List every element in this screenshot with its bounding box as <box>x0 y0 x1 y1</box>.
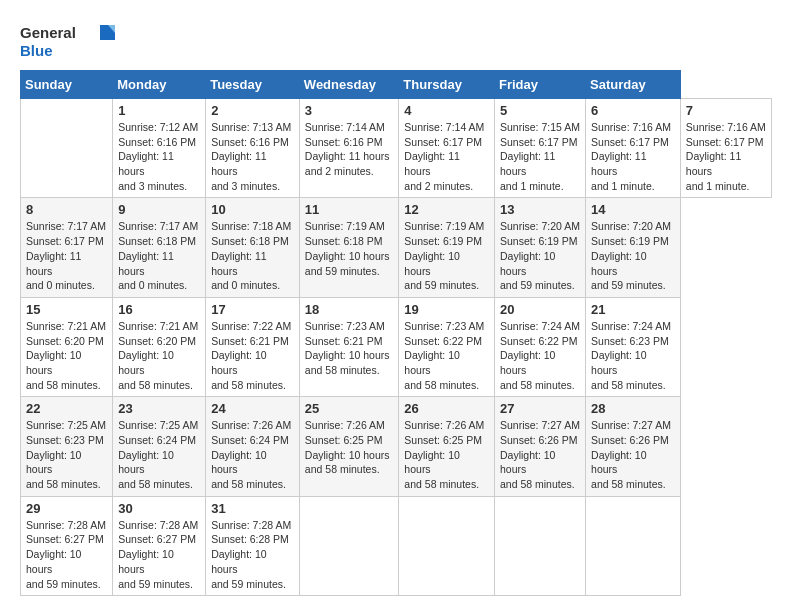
calendar-cell: 6Sunrise: 7:16 AM Sunset: 6:17 PM Daylig… <box>586 99 681 198</box>
calendar-cell <box>299 496 399 595</box>
calendar-cell: 15Sunrise: 7:21 AM Sunset: 6:20 PM Dayli… <box>21 297 113 396</box>
week-row-3: 15Sunrise: 7:21 AM Sunset: 6:20 PM Dayli… <box>21 297 772 396</box>
day-number: 18 <box>305 302 394 317</box>
calendar-cell: 13Sunrise: 7:20 AM Sunset: 6:19 PM Dayli… <box>494 198 585 297</box>
day-info: Sunrise: 7:19 AM Sunset: 6:18 PM Dayligh… <box>305 219 394 278</box>
day-info: Sunrise: 7:23 AM Sunset: 6:22 PM Dayligh… <box>404 319 489 392</box>
day-number: 13 <box>500 202 580 217</box>
day-number: 15 <box>26 302 107 317</box>
day-info: Sunrise: 7:21 AM Sunset: 6:20 PM Dayligh… <box>26 319 107 392</box>
day-info: Sunrise: 7:14 AM Sunset: 6:17 PM Dayligh… <box>404 120 489 193</box>
calendar-cell: 22Sunrise: 7:25 AM Sunset: 6:23 PM Dayli… <box>21 397 113 496</box>
week-row-2: 8Sunrise: 7:17 AM Sunset: 6:17 PM Daylig… <box>21 198 772 297</box>
calendar-cell: 19Sunrise: 7:23 AM Sunset: 6:22 PM Dayli… <box>399 297 495 396</box>
day-info: Sunrise: 7:22 AM Sunset: 6:21 PM Dayligh… <box>211 319 294 392</box>
day-number: 6 <box>591 103 675 118</box>
day-info: Sunrise: 7:27 AM Sunset: 6:26 PM Dayligh… <box>500 418 580 491</box>
calendar-cell: 29Sunrise: 7:28 AM Sunset: 6:27 PM Dayli… <box>21 496 113 595</box>
day-number: 9 <box>118 202 200 217</box>
logo-svg: General Blue <box>20 20 120 60</box>
day-info: Sunrise: 7:24 AM Sunset: 6:22 PM Dayligh… <box>500 319 580 392</box>
calendar-cell: 24Sunrise: 7:26 AM Sunset: 6:24 PM Dayli… <box>206 397 300 496</box>
day-info: Sunrise: 7:26 AM Sunset: 6:24 PM Dayligh… <box>211 418 294 491</box>
day-info: Sunrise: 7:25 AM Sunset: 6:23 PM Dayligh… <box>26 418 107 491</box>
day-number: 17 <box>211 302 294 317</box>
day-info: Sunrise: 7:20 AM Sunset: 6:19 PM Dayligh… <box>500 219 580 292</box>
calendar-cell: 5Sunrise: 7:15 AM Sunset: 6:17 PM Daylig… <box>494 99 585 198</box>
day-number: 1 <box>118 103 200 118</box>
day-info: Sunrise: 7:21 AM Sunset: 6:20 PM Dayligh… <box>118 319 200 392</box>
calendar-cell: 11Sunrise: 7:19 AM Sunset: 6:18 PM Dayli… <box>299 198 399 297</box>
calendar-cell: 2Sunrise: 7:13 AM Sunset: 6:16 PM Daylig… <box>206 99 300 198</box>
day-number: 4 <box>404 103 489 118</box>
weekday-header-tuesday: Tuesday <box>206 71 300 99</box>
day-info: Sunrise: 7:18 AM Sunset: 6:18 PM Dayligh… <box>211 219 294 292</box>
weekday-header-thursday: Thursday <box>399 71 495 99</box>
day-info: Sunrise: 7:28 AM Sunset: 6:28 PM Dayligh… <box>211 518 294 591</box>
day-info: Sunrise: 7:17 AM Sunset: 6:18 PM Dayligh… <box>118 219 200 292</box>
calendar-cell <box>586 496 681 595</box>
calendar-cell <box>399 496 495 595</box>
day-number: 29 <box>26 501 107 516</box>
day-number: 8 <box>26 202 107 217</box>
calendar-cell: 16Sunrise: 7:21 AM Sunset: 6:20 PM Dayli… <box>113 297 206 396</box>
svg-text:General: General <box>20 24 76 41</box>
day-info: Sunrise: 7:28 AM Sunset: 6:27 PM Dayligh… <box>118 518 200 591</box>
calendar-cell: 28Sunrise: 7:27 AM Sunset: 6:26 PM Dayli… <box>586 397 681 496</box>
calendar-cell: 25Sunrise: 7:26 AM Sunset: 6:25 PM Dayli… <box>299 397 399 496</box>
day-number: 22 <box>26 401 107 416</box>
calendar-cell: 14Sunrise: 7:20 AM Sunset: 6:19 PM Dayli… <box>586 198 681 297</box>
day-number: 27 <box>500 401 580 416</box>
calendar-cell: 20Sunrise: 7:24 AM Sunset: 6:22 PM Dayli… <box>494 297 585 396</box>
day-number: 7 <box>686 103 766 118</box>
week-row-5: 29Sunrise: 7:28 AM Sunset: 6:27 PM Dayli… <box>21 496 772 595</box>
day-info: Sunrise: 7:15 AM Sunset: 6:17 PM Dayligh… <box>500 120 580 193</box>
day-info: Sunrise: 7:27 AM Sunset: 6:26 PM Dayligh… <box>591 418 675 491</box>
calendar-cell: 3Sunrise: 7:14 AM Sunset: 6:16 PM Daylig… <box>299 99 399 198</box>
day-info: Sunrise: 7:13 AM Sunset: 6:16 PM Dayligh… <box>211 120 294 193</box>
header: General Blue <box>20 20 772 60</box>
weekday-header-friday: Friday <box>494 71 585 99</box>
weekday-header-saturday: Saturday <box>586 71 681 99</box>
day-number: 28 <box>591 401 675 416</box>
calendar-cell: 21Sunrise: 7:24 AM Sunset: 6:23 PM Dayli… <box>586 297 681 396</box>
calendar-cell: 1Sunrise: 7:12 AM Sunset: 6:16 PM Daylig… <box>113 99 206 198</box>
calendar-cell: 17Sunrise: 7:22 AM Sunset: 6:21 PM Dayli… <box>206 297 300 396</box>
day-info: Sunrise: 7:28 AM Sunset: 6:27 PM Dayligh… <box>26 518 107 591</box>
calendar-table: SundayMondayTuesdayWednesdayThursdayFrid… <box>20 70 772 596</box>
calendar-cell <box>494 496 585 595</box>
weekday-header-wednesday: Wednesday <box>299 71 399 99</box>
day-info: Sunrise: 7:14 AM Sunset: 6:16 PM Dayligh… <box>305 120 394 179</box>
day-info: Sunrise: 7:23 AM Sunset: 6:21 PM Dayligh… <box>305 319 394 378</box>
calendar-cell: 9Sunrise: 7:17 AM Sunset: 6:18 PM Daylig… <box>113 198 206 297</box>
day-info: Sunrise: 7:16 AM Sunset: 6:17 PM Dayligh… <box>686 120 766 193</box>
logo: General Blue <box>20 20 120 60</box>
day-number: 24 <box>211 401 294 416</box>
day-info: Sunrise: 7:20 AM Sunset: 6:19 PM Dayligh… <box>591 219 675 292</box>
day-info: Sunrise: 7:24 AM Sunset: 6:23 PM Dayligh… <box>591 319 675 392</box>
calendar-cell: 12Sunrise: 7:19 AM Sunset: 6:19 PM Dayli… <box>399 198 495 297</box>
calendar-cell: 27Sunrise: 7:27 AM Sunset: 6:26 PM Dayli… <box>494 397 585 496</box>
weekday-header-sunday: Sunday <box>21 71 113 99</box>
svg-text:Blue: Blue <box>20 42 53 59</box>
calendar-cell: 10Sunrise: 7:18 AM Sunset: 6:18 PM Dayli… <box>206 198 300 297</box>
calendar-cell: 31Sunrise: 7:28 AM Sunset: 6:28 PM Dayli… <box>206 496 300 595</box>
day-number: 2 <box>211 103 294 118</box>
day-info: Sunrise: 7:19 AM Sunset: 6:19 PM Dayligh… <box>404 219 489 292</box>
day-number: 25 <box>305 401 394 416</box>
day-number: 23 <box>118 401 200 416</box>
day-info: Sunrise: 7:26 AM Sunset: 6:25 PM Dayligh… <box>305 418 394 477</box>
day-number: 10 <box>211 202 294 217</box>
calendar-cell: 8Sunrise: 7:17 AM Sunset: 6:17 PM Daylig… <box>21 198 113 297</box>
day-number: 16 <box>118 302 200 317</box>
week-row-1: 1Sunrise: 7:12 AM Sunset: 6:16 PM Daylig… <box>21 99 772 198</box>
day-info: Sunrise: 7:25 AM Sunset: 6:24 PM Dayligh… <box>118 418 200 491</box>
calendar-cell: 4Sunrise: 7:14 AM Sunset: 6:17 PM Daylig… <box>399 99 495 198</box>
calendar-cell: 30Sunrise: 7:28 AM Sunset: 6:27 PM Dayli… <box>113 496 206 595</box>
day-info: Sunrise: 7:26 AM Sunset: 6:25 PM Dayligh… <box>404 418 489 491</box>
day-number: 30 <box>118 501 200 516</box>
weekday-header-monday: Monday <box>113 71 206 99</box>
weekday-header-row: SundayMondayTuesdayWednesdayThursdayFrid… <box>21 71 772 99</box>
day-number: 21 <box>591 302 675 317</box>
calendar-cell: 7Sunrise: 7:16 AM Sunset: 6:17 PM Daylig… <box>680 99 771 198</box>
